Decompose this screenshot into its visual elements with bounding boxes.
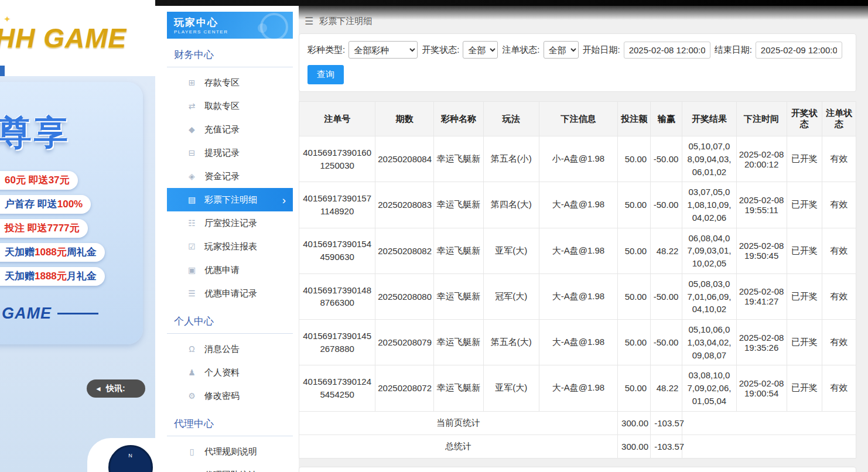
document-icon: ▯: [187, 447, 197, 456]
promo-pill-text: 1088元: [35, 247, 67, 258]
cell-lottery: 幸运飞艇新: [434, 320, 483, 365]
menu-icon[interactable]: ☰: [305, 15, 313, 28]
site-body: 尊享 60元 即送37元户首存 即送100%投注 即送7777元天加赠1088元…: [0, 76, 155, 472]
sidebar-item-lottery-bet-details[interactable]: ▤彩票下注明细›: [167, 188, 293, 211]
sidebar-section-heading: 代理中心: [167, 408, 293, 436]
lottery-type-select[interactable]: 全部彩种: [348, 41, 418, 59]
cell-draw_status: 已开奖: [787, 136, 822, 182]
promo-banner: 尊享 60元 即送37元户首存 即送100%投注 即送7777元天加赠1088元…: [0, 82, 143, 344]
sidebar-item-messages[interactable]: Ω消息公告: [167, 337, 293, 361]
bet-table-card: 注单号期数彩种名称玩法下注信息投注额输赢开奖结果下注时间开奖状态注单状态 401…: [299, 101, 856, 459]
cell-draw_result: 05,10,07,08,09,04,03,06,01,02: [682, 136, 736, 182]
withdraw-icon: ⇄: [187, 101, 197, 111]
sidebar-item-deposit-area[interactable]: ⊞存款专区: [167, 71, 293, 94]
cell-draw_result: 05,08,03,07,01,06,09,04,10,02: [682, 273, 736, 319]
promo-pill-text: 户首存 即送: [5, 199, 57, 210]
sidebar-item-promo-apply-records[interactable]: ☰优惠申请记录: [167, 282, 293, 305]
sidebar-item-label: 消息公告: [204, 344, 240, 355]
table-row: 40156917390145267888020250208079幸运飞艇新第五名…: [299, 320, 856, 365]
cell-period: 20250208084: [375, 136, 434, 182]
sidebar-item-player-bet-report[interactable]: ☑玩家投注报表: [167, 235, 293, 258]
player-center-modal: 玩家中心 PLAYERS CENTER 财务中心⊞存款专区⇄取款专区◆充值记录⊟…: [155, 0, 868, 472]
lottery-type-label: 彩种类型:: [307, 45, 345, 56]
sidebar-item-withdraw-records[interactable]: ⊟提现记录: [167, 141, 293, 165]
sidebar-item-label: 优惠申请: [204, 265, 240, 276]
search-button[interactable]: 查询: [307, 65, 344, 84]
draw-status-label: 开奖状态:: [422, 45, 459, 56]
cell-bet_info: 大-A盘@1.98: [539, 365, 617, 411]
cell-bet_amount: 50.00: [618, 320, 651, 365]
promo-headline: 尊享: [0, 110, 70, 156]
start-date-label: 开始日期:: [583, 45, 620, 56]
gear-icon: ⚙: [187, 391, 197, 401]
promo-pill-text: 60元 即送37元: [5, 175, 70, 186]
cell-draw_result: 03,07,05,01,08,10,09,04,02,06: [682, 182, 736, 228]
sidebar-item-label: 代理规则说明: [204, 446, 257, 457]
cell-win_loss: 48.22: [651, 365, 682, 411]
cell-lottery: 幸运飞艇新: [434, 365, 483, 411]
modal-panel: 玩家中心 PLAYERS CENTER 财务中心⊞存款专区⇄取款专区◆充值记录⊟…: [155, 6, 868, 472]
modal-top-strip: [155, 0, 868, 6]
order-status-select[interactable]: 全部: [544, 41, 579, 59]
cell-bet_info: 大-A盘@1.98: [539, 182, 617, 228]
sidebar-item-profile[interactable]: ♟个人资料: [167, 361, 293, 384]
table-row: 40156917390154459063020250208082幸运飞艇新亚军(…: [299, 228, 856, 273]
sidebar-item-label: 修改密码: [204, 391, 240, 402]
start-date-filter: 开始日期:: [583, 42, 710, 59]
summary-row: 总统计300.00-103.57: [299, 435, 856, 458]
sidebar-item-label: 存款专区: [204, 77, 240, 88]
end-date-input[interactable]: [756, 42, 842, 59]
sidebar-item-label: 优惠申请记录: [204, 288, 257, 299]
site-header: ✦ HH GAME: [0, 0, 155, 76]
sidebar-item-recharge-records[interactable]: ◆充值记录: [167, 118, 293, 141]
summary-empty: [682, 411, 856, 435]
speaker-icon: ◄: [95, 385, 102, 393]
sidebar-item-withdraw-area[interactable]: ⇄取款专区: [167, 94, 293, 118]
sidebar-item-agent-rules[interactable]: ▯代理规则说明: [167, 440, 293, 463]
cell-draw_result: 06,08,04,07,09,03,01,10,02,05: [682, 228, 736, 273]
cell-bet_time: 2025-02-08 19:55:11: [736, 182, 787, 228]
summary-empty: [682, 435, 856, 458]
deposit-icon: ⊞: [187, 78, 197, 87]
cell-win_loss: -50.00: [651, 273, 682, 319]
column-header-lottery: 彩种名称: [434, 102, 483, 136]
sidebar-item-fund-records[interactable]: ◈资金记录: [167, 165, 293, 188]
column-header-play: 玩法: [483, 102, 539, 136]
sidebar-item-label: 个人资料: [204, 367, 240, 378]
sidebar-item-label: 玩家投注报表: [204, 241, 257, 252]
screen: ✦ HH GAME 尊享 60元 即送37元户首存 即送100%投注 即送777…: [0, 0, 868, 472]
cell-order_no: 401569173901544590630: [299, 228, 375, 273]
sidebar-item-agent-team-stats[interactable]: ▦代理团队统计: [167, 463, 293, 472]
recharge-records-icon: ◆: [187, 125, 197, 134]
cell-bet_time: 2025-02-08 19:00:54: [736, 365, 787, 411]
site-navbar-fragment: [0, 66, 5, 77]
cell-order_no: 401569173901245454250: [299, 365, 375, 411]
cell-order_status: 有效: [822, 273, 856, 319]
promo-pill: 投注 即送7777元: [0, 219, 88, 238]
cell-order_status: 有效: [822, 182, 856, 228]
start-date-input[interactable]: [624, 42, 710, 59]
sidebar-item-promo-apply[interactable]: ▣优惠申请: [167, 258, 293, 282]
promo-pill: 60元 即送37元: [0, 171, 78, 190]
sidebar-item-hall-bet-records[interactable]: ☷厅室投注记录: [167, 211, 293, 235]
promo-pill-text: 周礼金: [67, 247, 97, 258]
promo-brand-text: H GAME: [0, 305, 52, 323]
table-row: 40156917390124545425020250208072幸运飞艇新亚军(…: [299, 365, 856, 411]
draw-status-select[interactable]: 全部: [463, 41, 498, 59]
promo-pill: 天加赠1888元月礼金: [0, 267, 105, 286]
promo-pill: 天加赠1088元周礼金: [0, 243, 105, 262]
cell-play: 第五名(大): [483, 320, 539, 365]
cell-bet_amount: 50.00: [618, 136, 651, 182]
cell-bet_info: 大-A盘@1.98: [539, 228, 617, 273]
sidebar-item-label: 提现记录: [204, 148, 240, 159]
news-ticker: ◄ 快讯:: [87, 379, 145, 398]
sidebar-item-change-password[interactable]: ⚙修改密码: [167, 384, 293, 408]
order-status-filter: 注单状态: 全部: [502, 41, 578, 59]
cell-period: 20250208082: [375, 228, 434, 273]
cell-bet_amount: 50.00: [618, 182, 651, 228]
cell-order_no: 401569173901488766300: [299, 273, 375, 319]
promo-apply-icon: ▣: [187, 265, 197, 275]
cell-play: 亚军(大): [483, 365, 539, 411]
cell-order_no: 401569173901452678880: [299, 320, 375, 365]
cell-order_status: 有效: [822, 365, 856, 411]
